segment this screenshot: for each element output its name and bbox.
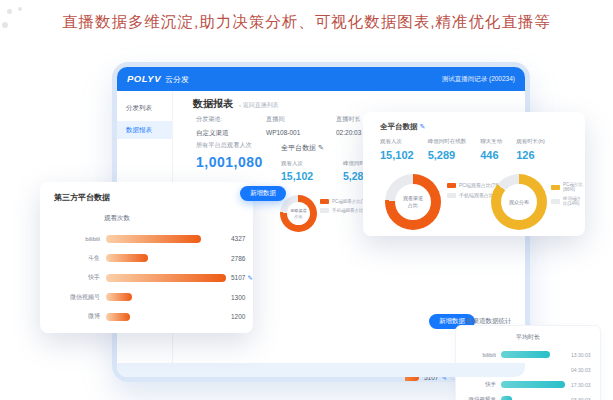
footer-band xyxy=(117,363,525,377)
stat-label: 观看人次 xyxy=(380,138,414,145)
bar-value: 03:30:03 xyxy=(571,397,590,400)
edit-icon[interactable]: ✎ xyxy=(420,123,426,130)
legend-label: PC端占比(86%) xyxy=(563,182,583,192)
stat-label: 观看人次 xyxy=(281,160,343,167)
meta-value: WP108-001 xyxy=(266,129,336,136)
bar-track xyxy=(501,351,565,358)
bar-row: bilibili4327 xyxy=(40,229,253,249)
bar-track xyxy=(106,235,226,243)
stat-value: 446 xyxy=(480,149,502,161)
legend-item: 移动端占比(14%) xyxy=(551,196,583,206)
bar-value: 5107 xyxy=(231,274,245,281)
edit-icon[interactable]: ✎ xyxy=(247,274,252,282)
sidebar-item-数据报表[interactable]: 数据报表 xyxy=(117,121,172,139)
stat: 观看人次15,102 xyxy=(281,160,343,182)
stat: 聊天互动446 xyxy=(480,138,502,161)
bar-label: 微信视频号 xyxy=(54,293,100,302)
stat-value: 15,102 xyxy=(281,170,343,182)
stat-value: 126 xyxy=(516,149,545,161)
stat: 观看人次15,102 xyxy=(380,138,414,161)
bar-track xyxy=(106,254,226,262)
bar-row: 微信视频号03:30:03 xyxy=(456,392,600,400)
legend-swatch xyxy=(447,193,456,198)
stat: 峰值同时在线数5,289 xyxy=(428,138,467,161)
meta-column: 直播间WP108-001 xyxy=(266,115,336,143)
stat-value: 5,289 xyxy=(428,149,467,161)
bar-fill xyxy=(106,235,201,243)
bar-fill xyxy=(106,274,226,282)
bar-row: 微信视频号1300 xyxy=(40,288,253,308)
page: 直播数据多维沉淀,助力决策分析、可视化数据图表,精准优化直播等 POLYV 云分… xyxy=(0,0,613,400)
bar-track xyxy=(106,313,226,321)
meta-label: 分发渠道: xyxy=(196,115,266,124)
chart-header: 平均时长 xyxy=(456,333,600,342)
bar-fill xyxy=(106,313,130,321)
bar-fill xyxy=(501,351,550,358)
sidebar-item-分发列表[interactable]: 分发列表 xyxy=(117,99,172,117)
bar-row: 微博1200 xyxy=(40,307,253,327)
bar-row: bilibili13:30:03 xyxy=(456,347,600,362)
stat-value: 15,102 xyxy=(380,149,414,161)
bar-label: 微信视频号 xyxy=(456,396,496,400)
meta-column: 分发渠道:自定义渠道 xyxy=(196,115,266,143)
app-header: POLYV 云分发 测试直播间记录 (200234) xyxy=(117,67,525,91)
bar-label: 微博 xyxy=(54,312,100,321)
back-link[interactable]: ‹ 返回直播列表 xyxy=(239,101,279,110)
channel-donut-chart: 观看渠道占比 xyxy=(280,195,317,232)
page-title: 数据报表 xyxy=(193,97,233,111)
chart-header: 观看次数 xyxy=(104,214,130,223)
bar-row: 快手5107✎ xyxy=(40,268,253,288)
bar-label: 斗鱼 xyxy=(54,254,100,263)
bar-value: 4327 xyxy=(231,235,245,242)
bar-fill xyxy=(501,381,565,388)
bar-value: 13:30:03 xyxy=(571,352,590,358)
bar-row: 斗鱼2786 xyxy=(40,249,253,269)
card-title: 全平台数据 ✎ xyxy=(380,122,425,132)
bar-value: 04:30:03 xyxy=(571,367,590,373)
meta-label: 直播间 xyxy=(266,115,336,124)
bar-value: 1300 xyxy=(231,294,245,301)
bar-fill xyxy=(106,293,132,301)
stat-label: 观看时长(h) xyxy=(516,138,545,145)
all-platform-data-card: 全平台数据 ✎ 观看人次15,102峰值同时在线数5,289聊天互动446观看时… xyxy=(363,112,585,236)
add-data-button[interactable]: 新增数据 xyxy=(240,186,286,201)
total-views-stat: 所有平台总观看人次 1,001,080 xyxy=(196,141,263,170)
bar-label: bilibili xyxy=(456,352,496,358)
view-channel-donut-chart: 观看渠道占比 xyxy=(385,174,441,230)
third-party-data-card: 第三方平台数据 观看次数 bilibili4327斗鱼2786快手5107✎微信… xyxy=(40,182,253,333)
bar-value: 2786 xyxy=(231,255,245,262)
legend-swatch xyxy=(447,183,456,188)
bar-label: bilibili xyxy=(54,236,100,242)
audience-donut-chart: 观众分布 xyxy=(491,174,547,230)
stat-label: 聊天互动 xyxy=(480,138,502,145)
bar-label: 快手 xyxy=(456,381,496,388)
decoration-dot xyxy=(18,7,22,11)
bar-label: 快手 xyxy=(54,273,100,282)
bar-row: 快手17:30:03 xyxy=(456,377,600,392)
session-title: 测试直播间记录 (200234) xyxy=(442,75,515,84)
legend-swatch xyxy=(551,199,560,204)
bar-fill xyxy=(106,254,148,262)
legend-swatch xyxy=(551,185,560,190)
legend-label: 移动端占比(14%) xyxy=(563,196,583,206)
meta-value: 自定义渠道 xyxy=(196,129,266,138)
legend-item: PC端占比(86%) xyxy=(551,182,583,192)
bar-value: 1200 xyxy=(231,313,245,320)
donut-legend: PC端占比(86%)移动端占比(14%) xyxy=(551,182,583,210)
bar-fill xyxy=(501,396,512,400)
bar-track xyxy=(106,274,226,282)
bar-track xyxy=(106,293,226,301)
bar-track xyxy=(501,396,565,400)
card-title: 第三方平台数据 xyxy=(54,192,110,203)
page-headline: 直播数据多维沉淀,助力决策分析、可视化数据图表,精准优化直播等 xyxy=(0,12,613,33)
polyv-logo: POLYV 云分发 xyxy=(127,73,189,85)
stat-label: 峰值同时在线数 xyxy=(428,138,467,145)
bar-value: 17:30:03 xyxy=(571,382,590,388)
legend-swatch xyxy=(320,208,329,213)
legend-swatch xyxy=(320,199,329,204)
stat: 观看时长(h)126 xyxy=(516,138,545,161)
bar-track xyxy=(501,381,565,388)
